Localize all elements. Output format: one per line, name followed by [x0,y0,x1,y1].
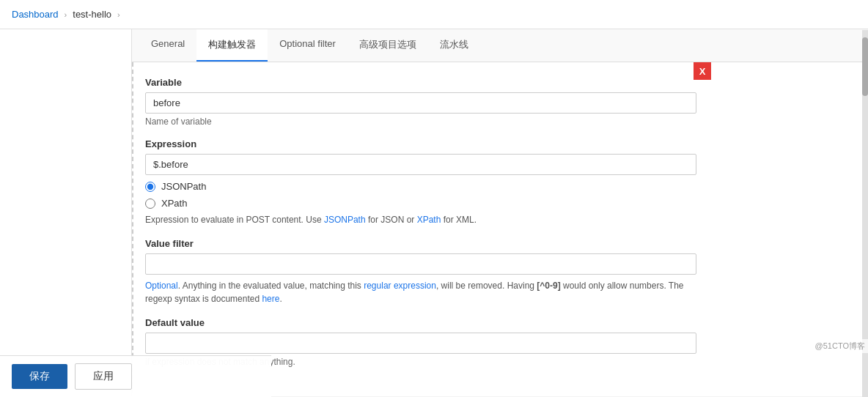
apply-button[interactable]: 应用 [75,363,132,390]
expression-hint-suffix: for XML. [441,215,477,225]
expression-hint-prefix: Expression to evaluate in POST content. … [145,215,324,225]
expression-hint-middle: for JSON or [366,215,417,225]
variable-group: Variable Name of variable [145,77,696,127]
breadcrumb-root[interactable]: Dashboard [12,9,59,20]
value-filter-label: Value filter [145,238,696,249]
variable-input[interactable] [145,92,696,114]
bottom-action-bar: 保存 应用 [0,355,271,397]
tab-general[interactable]: General [139,29,196,62]
content-area: General 构建触发器 Optional filter 高级项目选项 流水线… [132,29,868,396]
xpath-link[interactable]: XPath [417,215,441,225]
expression-input[interactable] [145,154,696,175]
here-link[interactable]: here [262,294,279,304]
form-content: X Variable Name of variable Expression [132,62,718,396]
breadcrumb-arrow-2: › [117,10,120,19]
left-sidebar [0,29,132,396]
close-button[interactable]: X [694,62,711,80]
default-value-label: Default value [145,317,696,328]
radio-jsonpath-item[interactable]: JSONPath [145,181,696,192]
variable-hint: Name of variable [145,116,696,127]
breadcrumb-arrow-1: › [65,10,67,19]
value-filter-hint-bold: [^0-9] [537,281,560,291]
watermark: @51CTO博客 [812,339,868,353]
tab-optional-filter[interactable]: Optional filter [268,29,347,62]
tab-pipeline[interactable]: 流水线 [428,29,480,62]
expression-label: Expression [145,138,696,149]
jsonpath-link[interactable]: JSONPath [324,215,366,225]
scrollbar-thumb[interactable] [862,37,868,96]
breadcrumb-page[interactable]: test-hello [73,9,111,20]
radio-jsonpath-input[interactable] [145,182,155,192]
radio-xpath-label: XPath [161,198,187,209]
radio-xpath-item[interactable]: XPath [145,198,696,209]
radio-jsonpath-label: JSONPath [161,181,206,192]
variable-label: Variable [145,77,696,88]
expression-hint: Expression to evaluate in POST content. … [145,213,696,226]
save-button[interactable]: 保存 [12,364,67,389]
value-filter-hint: Optional. Anything in the evaluated valu… [145,279,696,305]
expression-type-radio-group: JSONPath XPath [145,181,696,209]
expression-group: Expression JSONPath XPath [145,138,696,226]
value-filter-hint-optional: Optional [145,281,178,291]
value-filter-hint-5: . [279,294,282,304]
tab-advanced[interactable]: 高级项目选项 [347,29,428,62]
regular-expression-link[interactable]: regular expression [364,281,436,291]
value-filter-group: Value filter Optional. Anything in the e… [145,238,696,305]
value-filter-input[interactable] [145,253,696,275]
breadcrumb: Dashboard › test-hello › [0,0,868,29]
value-filter-hint-3: , will be removed. Having [436,281,537,291]
tab-build-trigger[interactable]: 构建触发器 [196,29,268,62]
tabs-bar: General 构建触发器 Optional filter 高级项目选项 流水线 [132,29,868,62]
value-filter-hint-2: . Anything in the evaluated value, match… [178,281,364,291]
default-value-input[interactable] [145,333,696,354]
radio-xpath-input[interactable] [145,198,155,209]
